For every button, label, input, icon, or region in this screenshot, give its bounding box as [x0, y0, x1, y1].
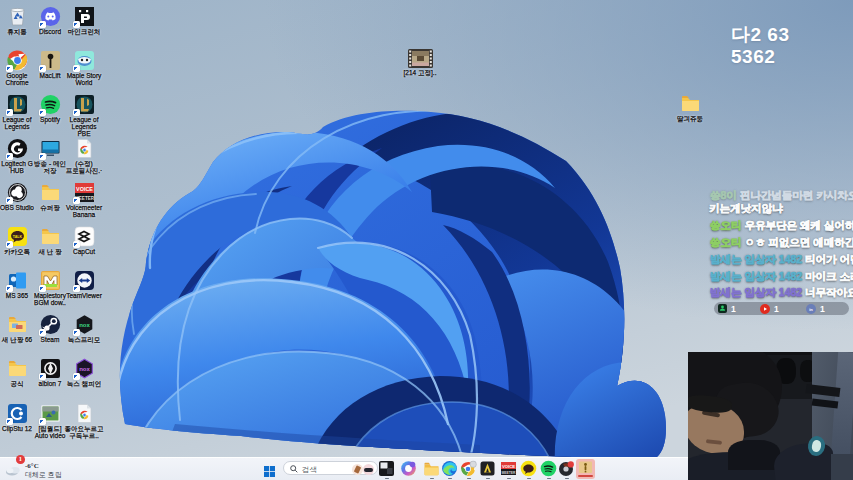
svg-text:nox: nox — [79, 366, 90, 372]
svg-text:VOICE: VOICE — [502, 464, 515, 469]
svg-text:TALK: TALK — [12, 235, 22, 239]
svg-text:VOICE: VOICE — [76, 186, 93, 192]
svg-text:MEETER: MEETER — [501, 471, 516, 475]
svg-text:nox: nox — [79, 322, 90, 328]
svg-text:in: in — [809, 307, 813, 312]
